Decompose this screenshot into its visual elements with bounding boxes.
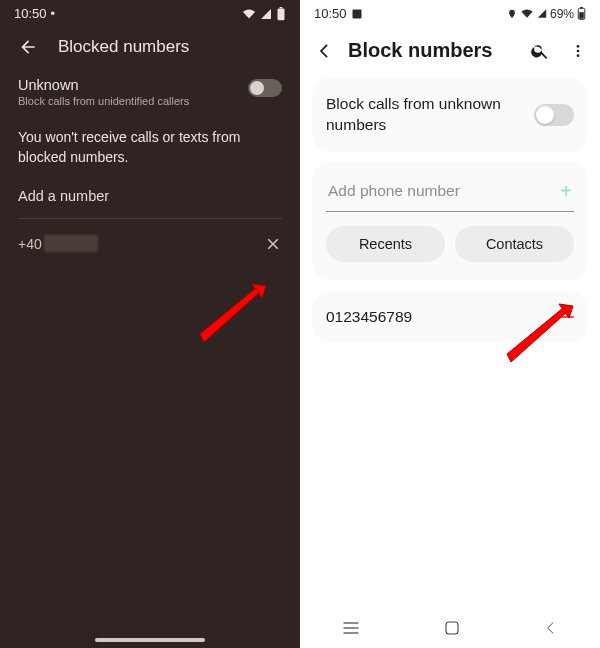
home-indicator[interactable] [95, 638, 205, 642]
blocked-number-row: 0123456789 [312, 292, 588, 342]
left-phone: 10:50 • Blocked numbers Unknown Block ca… [0, 0, 300, 648]
unknown-label: Unknown [18, 77, 189, 93]
phone-input-placeholder: Add phone number [328, 182, 560, 200]
back-icon[interactable] [18, 37, 38, 57]
svg-rect-0 [278, 8, 285, 20]
phone-input[interactable]: Add phone number + [326, 178, 574, 212]
add-icon[interactable]: + [560, 180, 572, 203]
unknown-sub: Block calls from unidentified callers [18, 95, 189, 107]
page-header: Blocked numbers [0, 25, 300, 71]
svg-marker-2 [252, 284, 266, 298]
right-phone: 10:50 69% Block numbers Block calls from… [300, 0, 600, 648]
pointer-arrow [190, 280, 280, 354]
svg-rect-7 [580, 7, 583, 8]
svg-rect-16 [446, 622, 458, 634]
blocked-number-row: +40 0 [0, 219, 300, 261]
wifi-icon [520, 8, 534, 19]
search-icon[interactable] [530, 41, 550, 61]
home-nav-icon[interactable] [443, 619, 461, 637]
nav-bar [300, 608, 600, 648]
add-number-card: Add phone number + Recents Contacts [312, 162, 588, 280]
svg-marker-3 [200, 288, 260, 342]
unknown-toggle[interactable] [248, 79, 282, 97]
back-icon[interactable] [314, 41, 334, 61]
status-icons [242, 7, 286, 21]
status-time: 10:50 [14, 6, 47, 21]
battery-icon [577, 7, 586, 20]
battery-icon [276, 7, 286, 21]
page-title: Blocked numbers [58, 37, 189, 57]
image-icon [351, 8, 363, 20]
redacted-overlay [44, 235, 98, 252]
recents-nav-icon[interactable] [341, 620, 361, 636]
status-bar: 10:50 • [0, 0, 300, 25]
more-icon[interactable] [570, 41, 586, 61]
back-nav-icon[interactable] [543, 620, 559, 636]
svg-point-10 [577, 54, 580, 57]
remove-number-icon[interactable] [560, 316, 574, 318]
recents-button[interactable]: Recents [326, 226, 445, 262]
page-title: Block numbers [348, 39, 516, 62]
blocked-number-text: +40 0 [18, 236, 96, 252]
battery-pct: 69% [550, 7, 574, 21]
status-bar: 10:50 69% [300, 0, 600, 25]
svg-rect-1 [280, 7, 283, 8]
svg-point-9 [577, 49, 580, 52]
unknown-callers-row[interactable]: Unknown Block calls from unidentified ca… [0, 71, 300, 117]
status-time: 10:50 [314, 6, 347, 21]
signal-icon [260, 8, 272, 20]
svg-rect-4 [352, 9, 361, 18]
signal-icon [537, 8, 547, 19]
add-number-button[interactable]: Add a number [0, 184, 300, 214]
blocked-number-text: 0123456789 [326, 308, 412, 326]
status-icons: 69% [507, 7, 586, 21]
location-icon [507, 8, 517, 20]
status-dot: • [51, 6, 56, 21]
remove-number-icon[interactable] [264, 235, 282, 253]
contacts-button[interactable]: Contacts [455, 226, 574, 262]
unknown-toggle[interactable] [534, 104, 574, 126]
page-header: Block numbers [300, 25, 600, 78]
wifi-icon [242, 8, 256, 20]
svg-point-8 [577, 45, 580, 48]
unknown-label: Block calls from unknown numbers [326, 94, 516, 136]
unknown-callers-card[interactable]: Block calls from unknown numbers [312, 78, 588, 152]
info-note: You won't receive calls or texts from bl… [0, 117, 300, 184]
svg-rect-6 [579, 12, 584, 19]
